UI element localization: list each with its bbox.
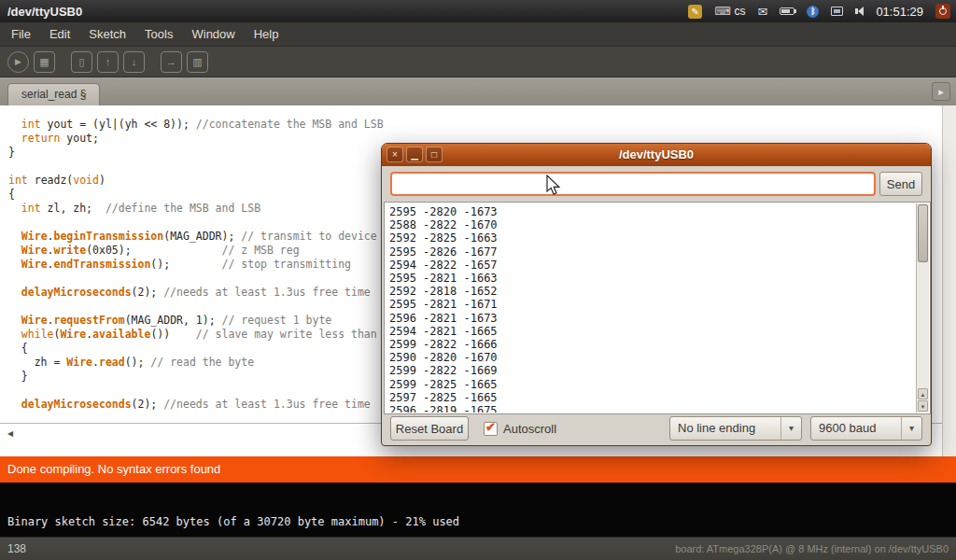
menubar: FileEditSketchToolsWindowHelp (0, 22, 956, 47)
scroll-up-icon[interactable]: ▲ (918, 388, 928, 399)
serial-line: 2595 -2820 -1673 (389, 205, 911, 218)
open-button[interactable]: ↑ (97, 51, 119, 73)
serial-line: 2599 -2822 -1669 (389, 364, 911, 377)
network-icon[interactable] (831, 7, 843, 16)
editor-scrollbar[interactable] (942, 105, 956, 456)
tab-label: serial_read § (21, 88, 86, 101)
serial-line: 2592 -2825 -1663 (389, 231, 911, 245)
menu-edit[interactable]: Edit (40, 22, 79, 47)
verify-button[interactable]: ▶ (7, 51, 29, 73)
window-title: /dev/ttyUSB0 (7, 5, 82, 19)
mouse-cursor (545, 175, 562, 197)
messages-icon[interactable]: ✉ (757, 5, 767, 19)
menu-sketch[interactable]: Sketch (79, 22, 135, 47)
stop-button[interactable]: ▦ (34, 51, 55, 73)
autoscroll-checkbox[interactable]: ✔ (484, 422, 498, 436)
tabbar: serial_read § ▸ (0, 77, 956, 105)
chevron-down-icon: ▾ (901, 417, 921, 440)
serial-line: 2599 -2822 -1666 (389, 338, 911, 351)
compile-status: Done compiling. No syntax errors found (0, 456, 956, 483)
keyboard-layout-label: cs (734, 5, 745, 18)
top-panel: /dev/ttyUSB0 ✎ ⌨ cs ✉ ᛒ 01:51:29 (0, 0, 956, 22)
power-icon (939, 7, 947, 15)
serial-line: 2594 -2821 -1665 (389, 325, 911, 338)
keyboard-icon: ⌨ (714, 5, 730, 18)
scroll-down-icon[interactable]: ▼ (918, 400, 928, 412)
serial-line: 2590 -2820 -1670 (389, 351, 911, 364)
save-button[interactable]: ↓ (123, 51, 145, 73)
menu-window[interactable]: Window (182, 22, 244, 47)
tab-serial-read[interactable]: serial_read § (7, 83, 100, 105)
serial-monitor-window: × ▁ □ /dev/ttyUSB0 Send 2595 -2820 -1673… (381, 143, 932, 446)
line-number: 138 (7, 542, 26, 555)
autoscroll-label: Autoscroll (503, 422, 556, 436)
check-icon: ✔ (485, 420, 496, 434)
battery-icon[interactable] (780, 7, 794, 15)
console-text: Binary sketch size: 6542 bytes (of a 307… (7, 515, 459, 528)
dialog-title: /dev/ttyUSB0 (619, 147, 694, 161)
maximize-icon[interactable]: □ (426, 147, 443, 162)
compile-status-text: Done compiling. No syntax errors found (7, 462, 220, 476)
toolbar-buttons: ▶▦▯↑↓→▥ (0, 47, 956, 77)
dialog-titlebar[interactable]: × ▁ □ /dev/ttyUSB0 (382, 144, 931, 166)
line-ending-select[interactable]: No line ending ▾ (669, 416, 802, 441)
system-tray: ✎ ⌨ cs ✉ ᛒ 01:51:29 (688, 4, 950, 19)
keyboard-indicator[interactable]: ⌨ cs (714, 5, 745, 18)
upload-button[interactable]: → (161, 51, 182, 73)
dialog-footer: Reset Board ✔ Autoscroll No line ending … (390, 416, 922, 441)
serial-output: 2595 -2820 -16732588 -2822 -16702592 -28… (386, 203, 915, 413)
menu-file[interactable]: File (2, 22, 40, 47)
session-menu-icon[interactable] (935, 4, 950, 19)
serial-line: 2596 -2821 -1673 (389, 312, 911, 325)
close-icon[interactable]: × (387, 147, 403, 162)
autoscroll-option[interactable]: ✔ Autoscroll (484, 416, 556, 441)
serial-line: 2595 -2826 -1677 (389, 245, 911, 259)
serial-scrollbar[interactable]: ▲ ▼ (916, 203, 929, 413)
speaker-triangle (858, 7, 864, 16)
serial-line: 2597 -2825 -1665 (389, 391, 911, 404)
serial-input[interactable] (390, 172, 876, 196)
battery-fill (781, 9, 790, 13)
tab-menu-button[interactable]: ▸ (932, 82, 950, 101)
dialog-body: Send 2595 -2820 -16732588 -2822 -1670259… (382, 166, 931, 446)
ide-statusbar: 138 board: ATmega328P(A) @ 8 MHz (intern… (0, 537, 956, 560)
toolbar: ▶▦▯↑↓→▥ (0, 47, 956, 77)
serial-line: 2592 -2818 -1652 (389, 285, 911, 298)
scrollbar-thumb[interactable] (918, 204, 928, 262)
scroll-left-icon[interactable]: ◂ (7, 427, 13, 440)
menu-help[interactable]: Help (245, 22, 288, 47)
board-info: board: ATmega328P(A) @ 8 MHz (internal) … (675, 543, 949, 554)
serial-line: 2599 -2825 -1665 (389, 378, 911, 391)
bluetooth-icon[interactable]: ᛒ (807, 6, 819, 18)
send-button[interactable]: Send (879, 172, 922, 196)
reset-board-button[interactable]: Reset Board (390, 416, 469, 441)
window-controls: × ▁ □ (387, 147, 443, 162)
sound-icon[interactable] (855, 7, 864, 16)
notes-icon[interactable]: ✎ (688, 5, 702, 19)
chevron-down-icon: ▾ (780, 417, 801, 440)
serial-line: 2594 -2822 -1657 (389, 259, 911, 272)
serial-line: 2588 -2822 -1670 (389, 218, 911, 231)
clock[interactable]: 01:51:29 (876, 5, 923, 19)
new-sketch-button[interactable]: ▯ (71, 51, 92, 73)
serial-line: 2595 -2821 -1663 (389, 272, 911, 285)
serial-line: 2596 -2819 -1675 (389, 404, 911, 413)
code-line: int yout = (yl|(yh << 8)); //concatenate… (8, 118, 937, 132)
console: Binary sketch size: 6542 bytes (of a 307… (0, 483, 956, 537)
serial-monitor-button[interactable]: ▥ (187, 51, 208, 73)
baud-select[interactable]: 9600 baud ▾ (810, 416, 922, 441)
serial-output-area[interactable]: 2595 -2820 -16732588 -2822 -16702592 -28… (384, 202, 931, 414)
menu-tools[interactable]: Tools (135, 22, 182, 47)
serial-line: 2595 -2821 -1671 (389, 298, 911, 311)
screen: /dev/ttyUSB0 ✎ ⌨ cs ✉ ᛒ 01:51:29 FileEdi… (0, 0, 956, 560)
minimize-icon[interactable]: ▁ (406, 147, 423, 162)
